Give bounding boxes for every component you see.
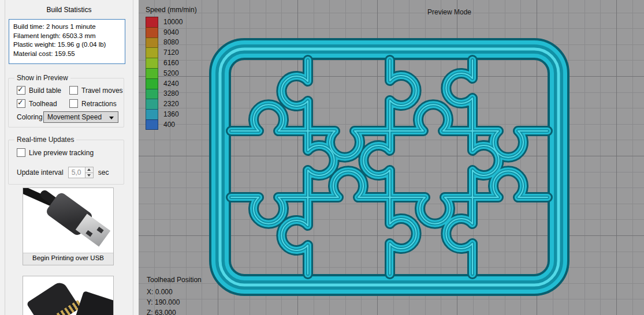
legend-entry: 400 xyxy=(146,119,197,130)
spinner-up-button[interactable] xyxy=(85,167,93,172)
show-in-preview-label: Show in Preview xyxy=(14,74,70,82)
legend-color-swatch xyxy=(146,38,158,48)
legend-color-swatch xyxy=(146,99,158,109)
begin-printing-usb-label[interactable]: Begin Printing over USB xyxy=(23,253,113,265)
sd-card-shape xyxy=(26,280,79,315)
legend-speed-value: 3280 xyxy=(163,89,179,97)
legend-color-swatch xyxy=(146,89,158,99)
retractions-checkbox-icon[interactable] xyxy=(69,99,78,108)
legend-speed-value: 6160 xyxy=(163,59,179,67)
legend-color-swatch xyxy=(146,119,158,130)
sidebar-panel: Build Statistics Build time: 2 hours 1 m… xyxy=(5,0,133,315)
coloring-label: Coloring xyxy=(17,113,43,121)
travel-moves-checkbox-icon[interactable] xyxy=(69,86,78,95)
legend-speed-value: 8080 xyxy=(163,38,179,46)
stat-filament-length: Filament length: 6503.3 mm xyxy=(13,32,121,41)
sd-card-shape xyxy=(75,291,113,315)
legend-color-swatch xyxy=(146,78,158,89)
legend-entry: 4240 xyxy=(146,78,197,89)
legend-color-swatch xyxy=(146,47,158,58)
legend-color-swatch xyxy=(146,109,158,119)
legend-entry: 9040 xyxy=(146,27,197,38)
checkbox-live-preview-tracking[interactable]: Live preview tracking xyxy=(17,148,94,157)
spinner-up-icon xyxy=(87,168,91,171)
begin-printing-usb-button[interactable]: Begin Printing over USB xyxy=(23,187,114,265)
speed-legend-title: Speed (mm/min) xyxy=(146,6,197,14)
printed-model-puzzle-cutter xyxy=(139,0,644,315)
checkbox-toolhead[interactable]: Toolhead xyxy=(17,99,57,108)
legend-speed-value: 4240 xyxy=(163,80,179,88)
toolhead-position-title: Toolhead Position xyxy=(147,275,202,285)
build-statistics-box: Build time: 2 hours 1 minute Filament le… xyxy=(9,19,125,64)
slicer-app-window: Build Statistics Build time: 2 hours 1 m… xyxy=(0,0,644,315)
coloring-dropdown-value: Movement Speed xyxy=(47,113,102,121)
stat-plastic-weight: Plastic weight: 15.96 g (0.04 lb) xyxy=(13,40,121,50)
spinner-buttons xyxy=(85,167,93,178)
update-interval-value[interactable]: 5,0 xyxy=(69,167,85,178)
usb-connector-image xyxy=(23,188,113,254)
build-table-checkbox-icon[interactable] xyxy=(17,86,25,95)
legend-color-swatch xyxy=(146,58,158,68)
stat-material-cost: Material cost: 159.55 xyxy=(13,50,121,59)
checkbox-build-table[interactable]: Build table xyxy=(17,86,61,95)
show-in-preview-group: Show in Preview Build table Travel moves… xyxy=(8,78,124,127)
toolhead-checkbox-icon[interactable] xyxy=(17,99,25,108)
legend-entry: 10000 xyxy=(146,17,197,27)
legend-speed-value: 2320 xyxy=(163,100,179,108)
legend-entry: 2320 xyxy=(146,99,197,109)
spinner-down-button[interactable] xyxy=(85,172,93,178)
realtime-updates-label: Real-time Updates xyxy=(14,136,76,144)
legend-color-swatch xyxy=(146,68,158,78)
sd-card-button[interactable] xyxy=(23,276,114,315)
checkbox-retractions[interactable]: Retractions xyxy=(69,99,117,108)
update-interval-unit: sec xyxy=(98,168,109,177)
legend-entry: 1360 xyxy=(146,109,197,119)
preview-viewport[interactable]: Preview Mode Speed (mm/min) 100009040808… xyxy=(139,0,644,315)
legend-speed-value: 9040 xyxy=(163,28,179,36)
legend-speed-value: 7120 xyxy=(163,48,179,57)
speed-legend-entries: 1000090408080712061605200424032802320136… xyxy=(146,17,197,130)
spinner-down-icon xyxy=(87,174,91,177)
legend-speed-value: 5200 xyxy=(163,69,179,77)
live-preview-checkbox-icon[interactable] xyxy=(17,148,25,157)
toolhead-y-value: Y: 190.000 xyxy=(147,297,202,308)
stat-build-time: Build time: 2 hours 1 minute xyxy=(13,22,121,32)
build-table-label: Build table xyxy=(29,87,61,95)
update-interval-spinner[interactable]: 5,0 xyxy=(68,167,94,178)
legend-speed-value: 400 xyxy=(163,121,175,129)
usb-slot-shape xyxy=(85,230,92,237)
toolhead-z-value: Z: 63.000 xyxy=(147,308,202,315)
travel-moves-label: Travel moves xyxy=(81,87,123,95)
preview-mode-title: Preview Mode xyxy=(427,8,471,16)
coloring-dropdown[interactable]: Movement Speed xyxy=(43,111,118,123)
legend-entry: 7120 xyxy=(146,47,197,58)
sd-cards-image xyxy=(23,276,113,315)
legend-entry: 8080 xyxy=(146,38,197,48)
build-statistics-title: Build Statistics xyxy=(5,0,133,14)
toolhead-x-value: X: 0.000 xyxy=(147,287,202,297)
legend-color-swatch xyxy=(146,27,158,38)
speed-legend: Speed (mm/min) 1000090408080712061605200… xyxy=(146,6,197,130)
update-interval-label: Update interval xyxy=(17,168,64,177)
dropdown-arrow-icon xyxy=(109,117,114,119)
legend-entry: 5200 xyxy=(146,68,197,78)
realtime-updates-group: Real-time Updates Live preview tracking … xyxy=(8,140,124,185)
legend-entry: 3280 xyxy=(146,89,197,99)
legend-speed-value: 10000 xyxy=(163,18,183,26)
live-preview-label: Live preview tracking xyxy=(29,149,94,157)
checkbox-travel-moves[interactable]: Travel moves xyxy=(69,86,123,95)
retractions-label: Retractions xyxy=(81,100,117,108)
legend-color-swatch xyxy=(146,17,158,27)
legend-entry: 6160 xyxy=(146,58,197,68)
usb-slot-shape xyxy=(96,227,103,234)
legend-speed-value: 1360 xyxy=(163,110,179,118)
toolhead-position-readout: Toolhead Position X: 0.000 Y: 190.000 Z:… xyxy=(147,275,202,315)
toolhead-label: Toolhead xyxy=(29,100,57,108)
update-interval-row: Update interval 5,0 sec xyxy=(17,167,109,178)
